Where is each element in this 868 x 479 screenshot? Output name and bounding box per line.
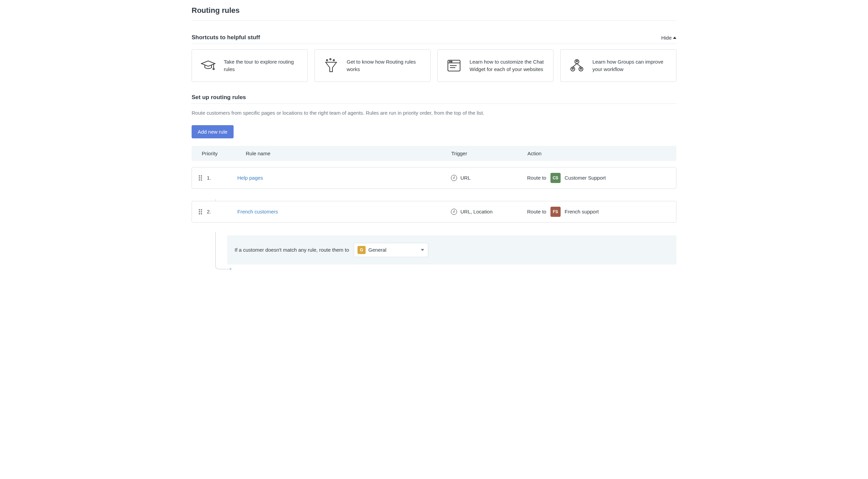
shortcut-text: Get to know how Routing rules works (347, 58, 422, 73)
chevron-up-icon (673, 37, 676, 39)
drag-handle-icon[interactable] (199, 175, 203, 181)
shortcut-text: Learn how to customize the Chat Widget f… (470, 58, 545, 73)
shortcuts-heading: Shortcuts to helpful stuff (192, 34, 260, 41)
fallback-rule-box: If a customer doesn't match any rule, ro… (227, 235, 676, 265)
rule-trigger: URL, Location (460, 209, 493, 214)
rule-name-link[interactable]: French customers (237, 209, 451, 214)
add-new-rule-button[interactable]: Add new rule (192, 125, 234, 138)
col-header-priority: Priority (198, 151, 246, 156)
setup-description: Route customers from specific pages or l… (192, 109, 676, 117)
page-title: Routing rules (192, 6, 676, 15)
drag-handle-icon[interactable] (199, 209, 203, 214)
group-badge: FS (550, 207, 561, 217)
svg-point-1 (326, 60, 328, 61)
group-hierarchy-icon (569, 58, 585, 74)
funnel-icon (323, 58, 339, 74)
rule-trigger: URL (460, 175, 471, 181)
svg-line-14 (577, 64, 581, 67)
connector-line (215, 232, 232, 269)
svg-point-2 (330, 59, 331, 60)
route-to-label: Route to (527, 209, 546, 214)
svg-point-16 (572, 68, 573, 69)
svg-point-3 (333, 60, 334, 61)
svg-point-15 (576, 61, 578, 62)
rule-row[interactable]: 1. Help pages i URL Route to CS Customer… (192, 167, 676, 189)
col-header-trigger: Trigger (451, 151, 527, 156)
info-icon[interactable]: i (451, 175, 457, 181)
fallback-selected-label: General (368, 247, 386, 253)
col-header-action: Action (527, 151, 670, 156)
shortcut-card-routing-docs[interactable]: Get to know how Routing rules works (314, 49, 431, 82)
rule-name-link[interactable]: Help pages (237, 175, 451, 181)
shortcut-card-widget-customize[interactable]: Learn how to customize the Chat Widget f… (437, 49, 554, 82)
svg-point-17 (580, 68, 582, 69)
rule-row[interactable]: 2. French customers i URL, Location Rout… (192, 201, 676, 223)
group-badge: G (357, 246, 366, 254)
svg-point-0 (213, 68, 214, 70)
svg-point-7 (451, 61, 452, 62)
col-header-name: Rule name (246, 151, 451, 156)
svg-line-13 (573, 64, 577, 67)
browser-window-icon (446, 58, 462, 74)
chevron-down-icon (421, 249, 424, 251)
hide-label: Hide (661, 35, 672, 41)
shortcut-card-tour[interactable]: Take the tour to explore routing rules (192, 49, 308, 82)
shortcut-card-groups[interactable]: Learn how Groups can improve your workfl… (560, 49, 676, 82)
shortcut-text: Learn how Groups can improve your workfl… (592, 58, 668, 73)
route-to-label: Route to (527, 175, 546, 181)
fallback-text: If a customer doesn't match any rule, ro… (235, 247, 349, 253)
rules-table-header: Priority Rule name Trigger Action (192, 146, 676, 161)
graduation-cap-icon (200, 58, 216, 74)
group-name: Customer Support (565, 175, 606, 181)
svg-point-6 (450, 61, 451, 62)
fallback-group-select[interactable]: G General (354, 243, 428, 257)
rule-priority: 2. (207, 209, 237, 214)
group-badge: CS (550, 173, 561, 183)
info-icon[interactable]: i (451, 209, 457, 215)
setup-heading: Set up routing rules (192, 94, 246, 101)
shortcut-text: Take the tour to explore routing rules (224, 58, 299, 73)
hide-shortcuts-toggle[interactable]: Hide (661, 35, 676, 41)
group-name: French support (565, 209, 599, 214)
rule-priority: 1. (207, 175, 237, 181)
